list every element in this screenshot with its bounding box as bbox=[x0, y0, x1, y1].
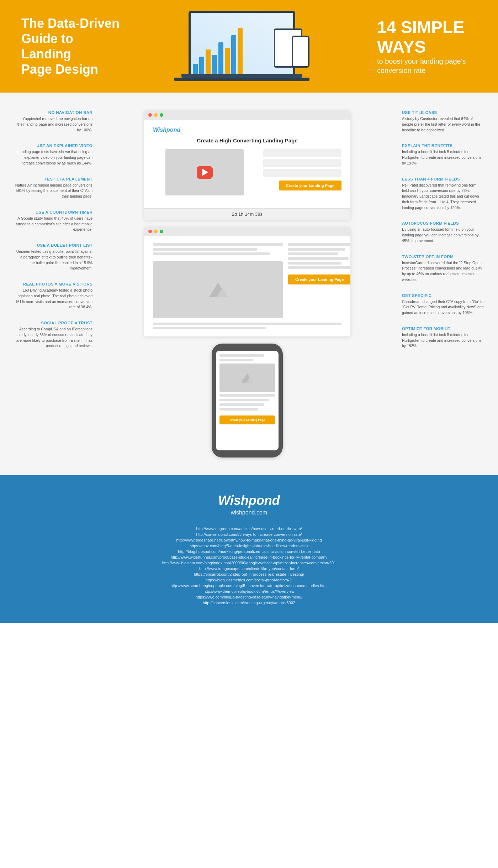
tip-form-fields-body: Neil Patel discovered that removing one … bbox=[402, 183, 484, 211]
browser-video bbox=[165, 149, 244, 195]
tip-form-fields-title: LESS THAN 4 FORM FIELDS bbox=[402, 177, 484, 181]
footer-link-item: http://www.nngroup.com/articles/how-user… bbox=[14, 527, 484, 531]
header-subtitle: to boost your landing page's conversion … bbox=[377, 57, 477, 75]
phone-inner: Create your Landing Page bbox=[216, 351, 279, 450]
form-field-2 bbox=[263, 159, 341, 167]
footer-link-item: http://www.widerfunnel.com/proof/case-st… bbox=[14, 555, 484, 559]
footer-logo: Wishpond bbox=[14, 493, 484, 508]
text-line-2 bbox=[153, 248, 257, 251]
text-line-1 bbox=[153, 243, 283, 246]
tip-title-case-title: USE TITLE-CASE bbox=[402, 110, 484, 115]
tip-no-nav-title: NO NAVIGATION BAR bbox=[14, 110, 92, 115]
phone-line-4 bbox=[219, 399, 269, 401]
footer-link-item: http://www.blastam.com/blog/index.php/20… bbox=[14, 561, 484, 565]
tip-get-specific-body: Canadream changed their CTA copy from "G… bbox=[402, 299, 484, 316]
tip-social-proof-title: SOCIAL PROOF = TRUST bbox=[14, 321, 92, 325]
phone-line-5 bbox=[219, 403, 264, 406]
text-line-r4 bbox=[288, 257, 349, 260]
countdown-text: 2d 1h 14m 38s bbox=[232, 211, 263, 217]
dot-yellow-2 bbox=[154, 230, 158, 233]
footer-link-item: http://www.themobileplaybook.com/en-us/#… bbox=[14, 589, 484, 594]
right-column: USE TITLE-CASE A study by Conductor reve… bbox=[402, 110, 484, 457]
tip-title-case-body: A study by Conductor revealed that 64% o… bbox=[402, 116, 484, 133]
header-center bbox=[121, 11, 377, 82]
phone-line-2 bbox=[219, 359, 253, 361]
phone-image bbox=[219, 364, 275, 392]
footer-link-item: https://oncarrot.com/2-step-opt-in-proce… bbox=[14, 572, 484, 576]
footer-link-item: http://blog.hubspot.com/marketing/person… bbox=[14, 549, 484, 554]
dot-green-2 bbox=[160, 230, 163, 233]
phone-cta-button[interactable]: Create your Landing Page bbox=[219, 415, 275, 424]
tip-autofocus: AUTOFOCUS FORM FIELDS By using an auto-f… bbox=[402, 221, 484, 244]
text-line-3 bbox=[153, 252, 270, 255]
cta-button-1[interactable]: Create your Landing Page bbox=[279, 181, 341, 190]
browser-bar-2 bbox=[144, 227, 350, 236]
play-icon bbox=[202, 169, 208, 176]
tip-no-nav: NO NAVIGATION BAR Yuppiechef removed the… bbox=[14, 110, 92, 133]
tip-real-photos-title: REAL PHOTOS = MORE VISITORS bbox=[14, 282, 92, 286]
tip-optimize-mobile-body: Including a benefit list took 5 minutes … bbox=[402, 332, 484, 349]
browser-content-1: Wishpond Create a High-Converting Landin… bbox=[144, 120, 350, 208]
header-title: The Data-Driven Guide to Landing Page De… bbox=[21, 16, 121, 77]
two-col-right: Create your Landing Page bbox=[288, 243, 350, 318]
footer-links: http://www.nngroup.com/articles/how-user… bbox=[14, 527, 484, 605]
tip-bullet-list: USE A BULLET-POINT LIST Unionen tested u… bbox=[14, 243, 92, 271]
text-line-r2 bbox=[288, 248, 345, 251]
footer-link-item: http://www.searchenginepeople.com/blog/5… bbox=[14, 584, 484, 588]
tip-countdown-title: USE A COUNTDOWN TIMER bbox=[14, 210, 92, 214]
phone-line-1 bbox=[219, 354, 264, 357]
play-button[interactable] bbox=[197, 166, 213, 179]
cta-button-2[interactable]: Create your Landing Page bbox=[288, 274, 350, 284]
footer-link-item: https://vwo.com/blog/a-b-testing-case-st… bbox=[14, 595, 484, 599]
tip-no-nav-body: Yuppiechef removed the navigation bar on… bbox=[14, 116, 92, 133]
tip-real-photos-body: 160 Driving Academy tested a stock photo… bbox=[14, 288, 92, 310]
tip-cta-placement: TEST CTA PLACEMENT Nature Air increased … bbox=[14, 177, 92, 199]
header-right: 14 SIMPLE WAYS to boost your landing pag… bbox=[377, 17, 477, 75]
tip-real-photos: REAL PHOTOS = MORE VISITORS 160 Driving … bbox=[14, 282, 92, 310]
dot-red bbox=[148, 113, 152, 117]
browser-form-1: Create your Landing Page bbox=[263, 149, 341, 190]
tip-explain-benefits: EXPLAIN THE BENEFITS Including a benefit… bbox=[402, 143, 484, 166]
tip-two-step: TWO-STEP OPT-IN FORM InvestorCarrot disc… bbox=[402, 255, 484, 283]
main-content: NO NAVIGATION BAR Yuppiechef removed the… bbox=[0, 93, 498, 475]
mountain-icon bbox=[207, 281, 229, 299]
tip-title-case: USE TITLE-CASE A study by Conductor reve… bbox=[402, 110, 484, 133]
device-mockup bbox=[174, 11, 324, 82]
phone-line-3 bbox=[219, 394, 275, 397]
footer-link-item: http://conversionxl.com/53-ways-to-incre… bbox=[14, 532, 484, 537]
dot-yellow bbox=[154, 113, 158, 117]
footer-domain: wishpond.com bbox=[14, 509, 484, 516]
tip-get-specific-title: GET SPECIFIC bbox=[402, 293, 484, 298]
browser-content-2: Create your Landing Page bbox=[144, 236, 350, 336]
tip-countdown-body: A Google study found that 40% of users h… bbox=[14, 216, 92, 232]
tip-form-fields: LESS THAN 4 FORM FIELDS Neil Patel disco… bbox=[402, 177, 484, 211]
browser-logo-1: Wishpond bbox=[153, 127, 341, 133]
header: The Data-Driven Guide to Landing Page De… bbox=[0, 0, 498, 93]
form-field-3 bbox=[263, 169, 341, 177]
tip-autofocus-body: By using an auto-focused form field on y… bbox=[402, 227, 484, 244]
phone-mockup: Create your Landing Page bbox=[212, 344, 283, 457]
left-column: NO NAVIGATION BAR Yuppiechef removed the… bbox=[14, 110, 92, 457]
browser-mockup-1: Wishpond Create a High-Converting Landin… bbox=[144, 110, 350, 220]
tip-explainer-video-title: USE AN EXPLAINER VIDEO bbox=[14, 143, 92, 148]
dot-red-2 bbox=[148, 230, 152, 233]
center-column: Wishpond Create a High-Converting Landin… bbox=[103, 110, 391, 457]
tip-explain-benefits-title: EXPLAIN THE BENEFITS bbox=[402, 143, 484, 148]
tip-social-proof-body: According to CompUSA and an iPerceptions… bbox=[14, 326, 92, 349]
footer: Wishpond wishpond.com http://www.nngroup… bbox=[0, 475, 498, 623]
tip-bullet-list-title: USE A BULLET-POINT LIST bbox=[14, 243, 92, 247]
text-line-b2 bbox=[153, 327, 266, 329]
footer-link-item: http://conversionxl.com/creating-urgency… bbox=[14, 601, 484, 605]
text-line-r1 bbox=[288, 243, 350, 246]
text-line-r5 bbox=[288, 262, 341, 265]
browser-heading-1: Create a High-Converting Landing Page bbox=[153, 137, 341, 143]
tip-explainer-video-body: Landing page tests have shown that using… bbox=[14, 149, 92, 166]
footer-link-item: http://www.slideshare.net/Upworthy/how-t… bbox=[14, 538, 484, 542]
tip-bullet-list-body: Unionen tested using a bullet-point list… bbox=[14, 249, 92, 271]
tip-optimize-mobile-title: OPTIMIZE FOR MOBILE bbox=[402, 326, 484, 331]
dot-green bbox=[160, 113, 163, 117]
footer-link-item: http://www.imagescape.com/clients-like-y… bbox=[14, 566, 484, 571]
browser-mockup-2: Create your Landing Page bbox=[144, 227, 350, 336]
footer-link-item: https://moz.com/blog/5-data-insights-int… bbox=[14, 544, 484, 548]
two-col-left bbox=[153, 243, 283, 318]
